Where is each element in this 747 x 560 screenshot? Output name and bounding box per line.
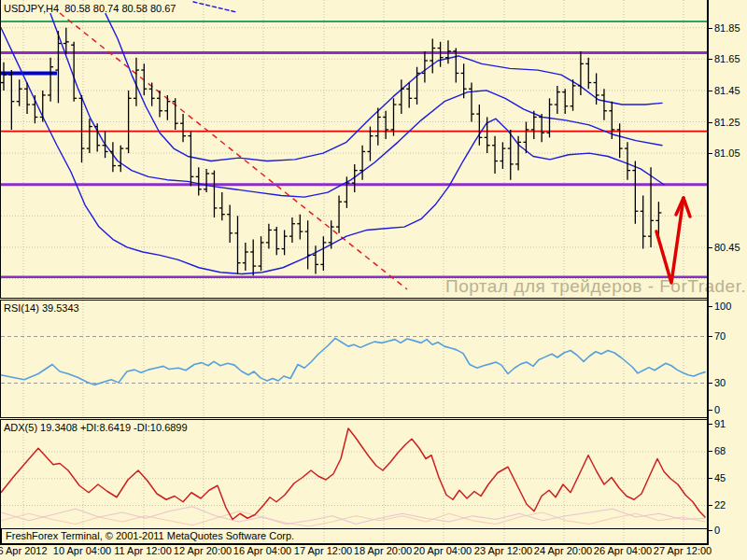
- price-scale-label: 81.65: [714, 53, 740, 64]
- date-label: 10 Apr 04:00: [53, 545, 111, 556]
- date-label: 6 Apr 2012: [0, 545, 48, 556]
- adx-scale-label: 0: [714, 525, 720, 536]
- rsi-scale-label-tick: [707, 383, 712, 384]
- date-label: 18 Apr 20:00: [354, 545, 412, 556]
- rsi-scale-label-tick: [707, 336, 712, 337]
- date-label: 26 Apr 04:00: [594, 545, 652, 556]
- date-label: 11 Apr 12:00: [114, 545, 172, 556]
- ohlc-bars: [1, 28, 661, 275]
- date-label: 12 Apr 20:00: [174, 545, 232, 556]
- adx-scale-label: 91: [714, 418, 726, 429]
- adx-label: ADX(5) 19.3408 +DI:8.6419 -DI:10.6899: [4, 422, 188, 433]
- mt4-chart-window: { "title": "USDJPY,H4 80.58 80.74 80.58 …: [0, 0, 747, 560]
- date-label: 27 Apr 12:00: [654, 545, 712, 556]
- price-scale-label-tick: [707, 247, 712, 248]
- price-scale-label-tick: [707, 153, 712, 154]
- price-scale-label-tick: [707, 28, 712, 29]
- adx-scale-label-tick: [707, 505, 712, 506]
- date-label: 16 Apr 04:00: [233, 545, 291, 556]
- main-price-chart-pane[interactable]: [0, 0, 709, 299]
- price-scale-label: 81.05: [714, 147, 740, 159]
- price-scale-label: 81.25: [714, 117, 740, 128]
- status-bar: FreshForex Terminal, © 2001-2011 MetaQuo…: [1, 528, 709, 544]
- adx-scale-label: 22: [714, 499, 726, 511]
- rsi-scale-label-tick: [707, 306, 712, 307]
- adx-canvas: [1, 420, 709, 544]
- adx-line: [1, 428, 705, 520]
- price-scale-label: 80.45: [714, 242, 740, 253]
- price-scale-label-tick: [707, 59, 712, 60]
- date-label: 23 Apr 12:00: [474, 545, 532, 556]
- price-scale-label: 81.45: [714, 85, 740, 96]
- date-label: 24 Apr 20:00: [534, 545, 592, 556]
- price-scale-label-tick: [707, 122, 712, 123]
- chart-title: USDJPY,H4 80.58 80.74 80.58 80.67: [4, 3, 176, 14]
- adx-scale-label: 45: [714, 472, 726, 483]
- adx-scale-label-tick: [707, 451, 712, 452]
- rsi-indicator-pane[interactable]: [0, 300, 709, 418]
- price-scale-label-tick: [707, 91, 712, 91]
- date-label: 20 Apr 04:00: [414, 545, 472, 556]
- adx-scale-label-tick: [707, 478, 712, 479]
- rsi-scale-label: 100: [714, 301, 731, 312]
- rsi-scale-label-tick: [707, 410, 712, 411]
- time-axis[interactable]: 6 Apr 201210 Apr 04:0011 Apr 12:0012 Apr…: [0, 544, 747, 560]
- price-chart-canvas: [1, 0, 709, 298]
- adx-scale-label: 68: [714, 445, 726, 456]
- plus-di-line: [1, 511, 705, 526]
- adx-scale-label-tick: [707, 424, 712, 425]
- rsi-scale-label: 0: [714, 404, 720, 415]
- price-scale-label: 81.85: [714, 22, 740, 34]
- rsi-scale-label: 70: [714, 330, 726, 342]
- rsi-line: [1, 338, 705, 385]
- rsi-scale-label: 30: [714, 377, 726, 388]
- rsi-label: RSI(14) 39.5343: [4, 302, 79, 314]
- adx-indicator-pane[interactable]: [0, 419, 709, 545]
- date-label: 17 Apr 12:00: [294, 545, 352, 556]
- price-axis[interactable]: 81.8981.6981.1980.8580.6780.26: [708, 0, 747, 543]
- rsi-canvas: [1, 301, 709, 417]
- blue-dashed-segment: [193, 2, 236, 12]
- middle-band-line: [50, 14, 662, 198]
